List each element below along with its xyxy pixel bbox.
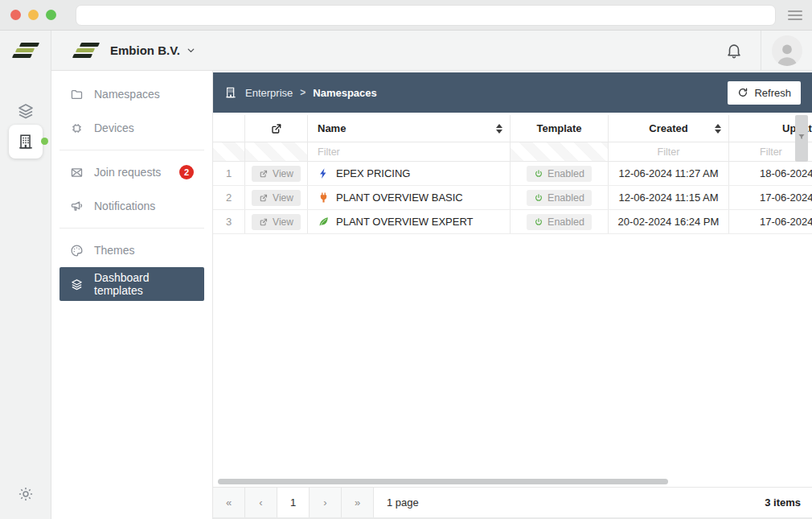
sidebar-item-themes[interactable]: Themes <box>59 233 204 267</box>
status-label: Enabled <box>547 216 584 228</box>
breadcrumb-enterprise[interactable]: Enterprise <box>245 87 293 99</box>
status-badge: Enabled <box>527 166 592 182</box>
filter-disabled-cell <box>213 142 245 161</box>
sidebar-item-dashboard-templates[interactable]: Dashboard templates <box>59 267 204 301</box>
sort-icon[interactable] <box>715 124 721 134</box>
minimize-window-button[interactable] <box>28 10 39 20</box>
sidebar-item-label: Devices <box>94 122 134 134</box>
updated-cell: 18-06-2024 12: <box>729 162 812 185</box>
power-icon <box>534 193 543 203</box>
lightning-icon <box>318 167 330 179</box>
zoom-window-button[interactable] <box>46 10 56 20</box>
refresh-icon <box>737 87 748 98</box>
plug-icon <box>318 192 330 204</box>
bell-icon <box>725 42 743 60</box>
template-name: EPEX PRICING <box>336 167 410 179</box>
row-index: 1 <box>213 162 245 185</box>
settings-button[interactable] <box>0 485 51 503</box>
breadcrumb-bar: Enterprise > Namespaces Refresh <box>213 72 812 113</box>
layers-icon <box>16 101 35 121</box>
org-name: Embion B.V. <box>110 43 180 57</box>
sidebar-item-label: Dashboard templates <box>94 271 194 297</box>
user-menu-button[interactable] <box>761 31 812 70</box>
megaphone-icon <box>70 200 84 213</box>
view-button[interactable]: View <box>252 166 301 182</box>
header-view <box>245 115 308 142</box>
created-cell: 12-06-2024 11:27 AM <box>609 162 729 185</box>
updated-cell: 17-06-2024 16: <box>729 210 812 233</box>
name-filter-input[interactable] <box>308 142 510 161</box>
notifications-bell-button[interactable] <box>707 31 761 70</box>
header-name-label: Name <box>318 122 346 134</box>
refresh-label: Refresh <box>754 87 791 99</box>
header-template[interactable]: Template <box>511 115 609 142</box>
breadcrumb-namespaces: Namespaces <box>313 87 377 99</box>
power-icon <box>534 217 543 227</box>
refresh-button[interactable]: Refresh <box>728 81 801 105</box>
table-filter-row <box>213 142 812 162</box>
org-switcher-button[interactable] <box>186 45 196 56</box>
header-name[interactable]: Name <box>308 115 511 142</box>
last-page-button[interactable]: » <box>342 488 374 517</box>
app-rail <box>0 31 51 519</box>
created-filter-input[interactable] <box>609 142 728 161</box>
view-label: View <box>273 192 293 204</box>
external-link-icon <box>259 193 269 203</box>
table-header-row: Name Template Created Updated <box>213 115 812 142</box>
sort-icon[interactable] <box>496 124 502 134</box>
funnel-icon <box>798 133 806 141</box>
filter-cell-created <box>609 142 729 161</box>
sidebar-item-label: Namespaces <box>94 88 160 101</box>
header-index <box>213 115 245 142</box>
online-status-dot <box>41 138 48 145</box>
row-index: 3 <box>213 210 245 233</box>
browser-chrome <box>0 0 812 31</box>
filter-cell-name <box>308 142 511 161</box>
external-link-icon <box>259 217 269 227</box>
embion-logo-icon <box>12 43 39 58</box>
sidebar-item-devices[interactable]: Devices <box>59 111 204 145</box>
created-cell: 20-02-2024 16:24 PM <box>609 210 729 233</box>
prev-page-button[interactable]: ‹ <box>245 488 277 517</box>
rail-enterprise-button[interactable] <box>9 125 43 159</box>
view-cell: View <box>245 210 308 233</box>
updated-cell: 17-06-2024 14: <box>729 186 812 209</box>
created-cell: 12-06-2024 11:15 AM <box>609 186 729 209</box>
header-created-label: Created <box>649 122 687 134</box>
layers-icon <box>70 278 84 291</box>
building-icon <box>224 86 237 99</box>
address-bar[interactable] <box>76 5 776 26</box>
horizontal-scrollbar-thumb[interactable] <box>218 479 668 484</box>
leaf-icon <box>318 216 330 228</box>
main-content: Enterprise > Namespaces Refresh <box>213 71 812 517</box>
envelope-icon <box>70 166 84 179</box>
items-count-label: 3 items <box>765 496 801 509</box>
status-cell: Enabled <box>511 162 609 185</box>
header-created[interactable]: Created <box>609 115 729 142</box>
first-page-button[interactable]: « <box>213 488 245 517</box>
browser-menu-icon[interactable] <box>788 10 802 20</box>
join-requests-badge: 2 <box>179 165 194 179</box>
next-page-button[interactable]: › <box>310 488 342 517</box>
sidebar-item-join-requests[interactable]: Join requests 2 <box>59 155 204 189</box>
view-cell: View <box>245 162 308 185</box>
table-row: 2 View PLANT OVERVIEW BASIC Enabled <box>213 186 812 210</box>
folder-icon <box>70 88 84 101</box>
current-page-button[interactable]: 1 <box>277 488 310 517</box>
sidebar-item-namespaces[interactable]: Namespaces <box>59 77 204 111</box>
close-window-button[interactable] <box>10 10 21 20</box>
view-button[interactable]: View <box>252 190 301 206</box>
chip-icon <box>70 122 84 135</box>
gear-icon <box>17 485 35 503</box>
view-cell: View <box>245 186 308 209</box>
column-filter-button[interactable] <box>795 115 808 162</box>
sidebar-item-notifications[interactable]: Notifications <box>59 189 204 223</box>
table-row: 3 View PLANT OVERVIEW EXPERT Enabled <box>213 210 812 234</box>
building-icon <box>17 133 35 150</box>
status-badge: Enabled <box>527 190 592 206</box>
external-link-icon <box>270 122 283 135</box>
breadcrumb-separator: > <box>300 87 306 98</box>
view-button[interactable]: View <box>252 214 301 230</box>
table-row: 1 View EPEX PRICING Enabled <box>213 162 812 186</box>
row-index: 2 <box>213 186 245 209</box>
